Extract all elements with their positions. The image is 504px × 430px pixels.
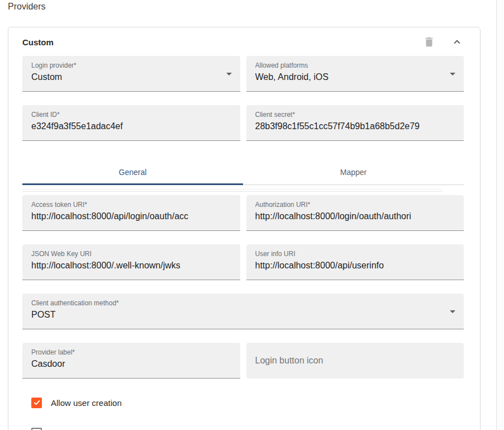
authorization-uri-field[interactable]: Authorization URI* http://localhost:8000… — [246, 195, 464, 231]
login-provider-value: Custom — [31, 72, 231, 82]
access-token-uri-field[interactable]: Access token URI* http://localhost:8000/… — [22, 195, 240, 231]
login-button-icon-placeholder: Login button icon — [255, 356, 324, 366]
field-row-client: Client ID* e324f9a3f55e1adac4ef Client s… — [22, 105, 464, 141]
json-web-key-uri-label: JSON Web Key URI — [31, 250, 231, 258]
checkmark-icon — [33, 399, 41, 407]
client-auth-method-select[interactable]: Client authentication method* POST — [22, 294, 464, 329]
second-option-checkbox[interactable] — [31, 428, 42, 430]
tab-body-divider — [22, 189, 442, 192]
allowed-platforms-select[interactable]: Allowed platforms Web, Android, iOS — [246, 56, 464, 92]
user-info-uri-label: User info URI — [255, 250, 455, 258]
page-title: Providers — [8, 2, 46, 12]
client-secret-label: Client secret* — [255, 111, 455, 119]
tab-divider — [243, 185, 464, 185]
tab-ink-bar — [22, 183, 243, 185]
login-provider-select[interactable]: Login provider* Custom — [22, 56, 240, 92]
json-web-key-uri-field[interactable]: JSON Web Key URI http://localhost:8000/.… — [22, 244, 240, 280]
field-row-auth-method: Client authentication method* POST — [22, 294, 464, 329]
user-info-uri-value: http://localhost:8000/api/userinfo — [255, 261, 455, 271]
provider-card: Custom Login provider* Custom Allowed pl… — [8, 27, 481, 430]
authorization-uri-value: http://localhost:8000/login/oauth/author… — [255, 211, 455, 221]
delete-provider-button[interactable] — [422, 35, 436, 49]
allowed-platforms-value: Web, Android, iOS — [255, 72, 455, 82]
dropdown-arrow-icon — [226, 73, 232, 75]
access-token-uri-value: http://localhost:8000/api/login/oauth/ac… — [31, 211, 231, 221]
field-row-provider: Login provider* Custom Allowed platforms… — [22, 56, 464, 92]
client-id-value: e324f9a3f55e1adac4ef — [31, 121, 231, 131]
allow-user-creation-row: Allow user creation — [31, 396, 464, 409]
provider-label-value: Casdoor — [31, 359, 231, 369]
authorization-uri-label: Authorization URI* — [255, 201, 455, 209]
dropdown-arrow-icon — [450, 73, 455, 75]
tab-mapper[interactable]: Mapper — [243, 159, 464, 185]
field-row-uris-1: Access token URI* http://localhost:8000/… — [22, 195, 464, 231]
client-id-field[interactable]: Client ID* e324f9a3f55e1adac4ef — [22, 105, 240, 141]
user-info-uri-field[interactable]: User info URI http://localhost:8000/api/… — [246, 244, 464, 280]
provider-card-header: Custom — [22, 35, 464, 49]
client-auth-method-label: Client authentication method* — [31, 299, 455, 307]
client-id-label: Client ID* — [31, 111, 231, 119]
collapse-card-button[interactable] — [450, 35, 464, 49]
trash-icon — [423, 36, 435, 48]
tab-general[interactable]: General — [22, 159, 243, 185]
provider-label-field[interactable]: Provider label* Casdoor — [22, 343, 240, 379]
allowed-platforms-label: Allowed platforms — [255, 62, 455, 69]
chevron-up-icon — [451, 36, 463, 48]
access-token-uri-label: Access token URI* — [31, 201, 231, 209]
client-secret-value: 28b3f98c1f55c1cc57f74b9b1a68b5d2e79 — [255, 121, 455, 131]
field-row-uris-2: JSON Web Key URI http://localhost:8000/.… — [22, 244, 464, 280]
provider-card-title: Custom — [22, 37, 54, 47]
allow-user-creation-checkbox[interactable] — [31, 398, 42, 408]
json-web-key-uri-value: http://localhost:8000/.well-known/jwks — [31, 261, 231, 271]
client-secret-field[interactable]: Client secret* 28b3f98c1f55c1cc57f74b9b1… — [246, 105, 464, 141]
scrollbar-track[interactable] — [496, 0, 504, 430]
field-row-label-icon: Provider label* Casdoor Login button ico… — [22, 343, 464, 379]
dropdown-arrow-icon — [450, 310, 455, 313]
client-auth-method-value: POST — [31, 310, 455, 320]
provider-label-label: Provider label* — [31, 348, 231, 356]
provider-tabs: General Mapper — [22, 159, 464, 185]
login-provider-label: Login provider* — [31, 62, 231, 69]
allow-user-creation-label: Allow user creation — [51, 398, 122, 408]
login-button-icon-field[interactable]: Login button icon — [246, 343, 464, 379]
